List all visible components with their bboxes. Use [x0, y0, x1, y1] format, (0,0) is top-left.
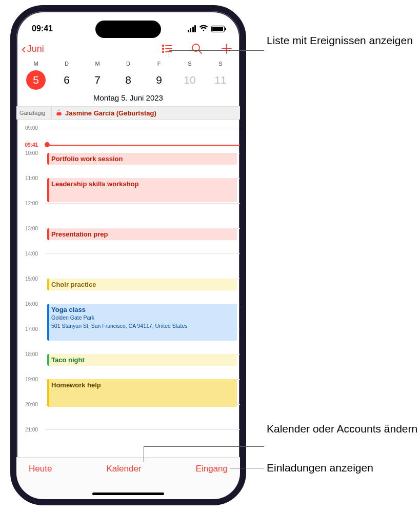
- bottom-toolbar: Heute Kalender Eingang: [16, 457, 240, 499]
- callout-line: [230, 468, 264, 468]
- hour-label: 11:00: [16, 175, 41, 181]
- event-title: Leadership skills workshop: [51, 180, 233, 188]
- svg-point-4: [163, 51, 164, 53]
- hour-label: 20:00: [16, 402, 41, 407]
- hour-label: 19:00: [16, 377, 41, 382]
- allday-row: Ganztägig Jasmine Garcia (Geburtstag): [16, 107, 240, 120]
- calendar-event[interactable]: Taco night: [47, 354, 237, 366]
- callout-invites: Einladungen anzeigen: [267, 461, 373, 475]
- date-cell[interactable]: 11: [205, 70, 236, 90]
- hour-label: 14:00: [16, 251, 41, 257]
- weekday-label: D: [51, 61, 82, 67]
- event-title: Choir practice: [51, 281, 233, 288]
- weekday-label: F: [144, 61, 174, 67]
- event-title: Portfolio work session: [51, 155, 233, 163]
- chevron-left-icon: ‹: [22, 42, 26, 55]
- notch: [95, 21, 161, 38]
- hour-label: 17:00: [16, 326, 41, 332]
- event-address: 501 Stanyan St, San Francisco, CA 94117,…: [51, 323, 233, 330]
- callout-accounts: Kalender oder Accounts ändern: [267, 422, 417, 436]
- allday-label: Ganztägig: [16, 107, 51, 119]
- hour-label: 15:00: [16, 276, 41, 282]
- birthday-icon: [56, 109, 62, 117]
- calendar-event[interactable]: Yoga classGolden Gate Park501 Stanyan St…: [47, 304, 237, 341]
- svg-point-2: [163, 48, 164, 50]
- nav-bar: ‹ Juni: [16, 39, 240, 60]
- battery-icon: [211, 26, 225, 32]
- hour-label: 18:00: [16, 351, 41, 357]
- date-cell[interactable]: 7: [82, 70, 113, 90]
- callout-line: [144, 446, 144, 462]
- weekday-labels: MDMDFSS: [16, 60, 240, 68]
- hour-label: 10:00: [16, 150, 41, 156]
- calendar-event[interactable]: Leadership skills workshop: [47, 178, 237, 202]
- calendar-event[interactable]: Portfolio work session: [47, 153, 237, 165]
- date-cell[interactable]: 10: [174, 70, 205, 90]
- add-event-button[interactable]: [221, 43, 233, 55]
- callout-line: [169, 50, 169, 57]
- callout-list: Liste mit Ereignissen anzeigen: [267, 33, 413, 47]
- hour-label: 13:00: [16, 226, 41, 231]
- weekday-label: M: [82, 61, 113, 67]
- svg-point-0: [163, 45, 164, 47]
- inbox-button[interactable]: Eingang: [196, 464, 228, 474]
- hour-line: [45, 128, 240, 128]
- search-button[interactable]: [191, 43, 203, 55]
- date-cell[interactable]: 8: [113, 70, 144, 90]
- calendar-event[interactable]: Choir practice: [47, 279, 237, 290]
- iphone-frame: 09:41 ‹ Juni: [10, 5, 246, 505]
- hour-label: 16:00: [16, 301, 41, 307]
- event-title: Taco night: [51, 356, 233, 364]
- wifi-icon: [199, 24, 208, 33]
- cellular-icon: [188, 25, 196, 32]
- weekday-label: S: [174, 61, 205, 67]
- date-cell[interactable]: 9: [144, 70, 174, 90]
- calendars-button[interactable]: Kalender: [106, 464, 141, 474]
- back-button[interactable]: ‹ Juni: [22, 42, 44, 55]
- status-time: 09:41: [32, 24, 53, 33]
- status-right: [188, 24, 225, 33]
- home-indicator: [92, 493, 164, 495]
- list-view-button[interactable]: [161, 43, 173, 55]
- svg-line-7: [199, 51, 202, 54]
- allday-event-title: Jasmine Garcia (Geburtstag): [65, 109, 156, 117]
- timeline[interactable]: 09:0010:0011:0012:0013:0014:0015:0016:00…: [16, 120, 240, 445]
- callout-line: [169, 50, 264, 51]
- hour-label: 21:00: [16, 427, 41, 432]
- event-title: Homework help: [51, 381, 233, 389]
- hour-label: 09:00: [16, 125, 41, 131]
- hour-line: [45, 253, 240, 254]
- callout-line: [144, 446, 264, 447]
- hour-line: [45, 429, 240, 430]
- calendar-event[interactable]: Homework help: [47, 379, 237, 407]
- weekday-label: M: [21, 61, 51, 67]
- weekday-label: D: [113, 61, 144, 67]
- event-title: Presentation prep: [51, 230, 233, 238]
- week-dates: 567891011: [16, 68, 240, 93]
- hour-line: [45, 203, 240, 204]
- allday-event[interactable]: Jasmine Garcia (Geburtstag): [51, 107, 240, 119]
- full-date-header: Montag 5. Juni 2023: [16, 93, 240, 107]
- date-cell[interactable]: 6: [51, 70, 82, 90]
- today-button[interactable]: Heute: [29, 464, 52, 474]
- date-cell[interactable]: 5: [21, 70, 51, 90]
- calendar-event[interactable]: Presentation prep: [47, 228, 237, 240]
- hour-label: 12:00: [16, 201, 41, 206]
- event-title: Yoga class: [51, 306, 233, 313]
- weekday-label: S: [205, 61, 236, 67]
- now-line: [45, 145, 240, 146]
- back-label: Juni: [27, 44, 44, 54]
- now-time-label: 09:41: [16, 142, 41, 148]
- event-location: Golden Gate Park: [51, 314, 233, 322]
